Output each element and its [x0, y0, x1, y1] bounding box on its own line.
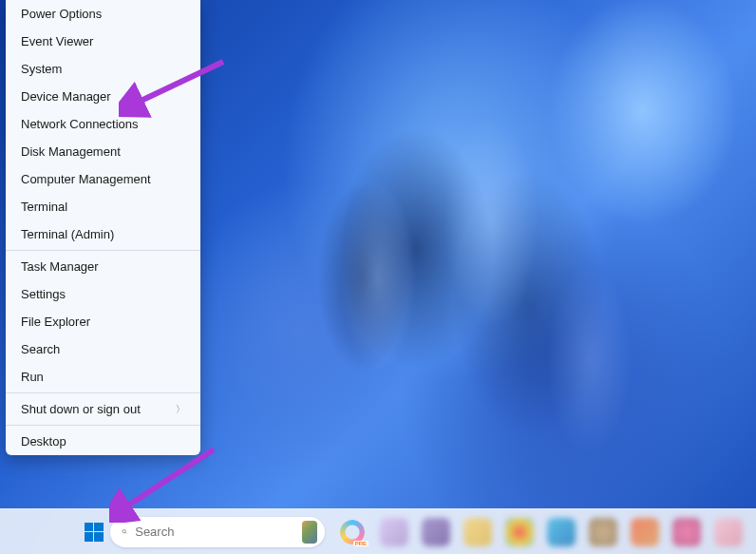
- menu-item-disk-management[interactable]: Disk Management: [6, 138, 200, 165]
- svg-point-4: [123, 529, 125, 532]
- app-icon-2[interactable]: [418, 514, 454, 550]
- menu-divider: [6, 392, 200, 393]
- app-icon-1[interactable]: [376, 514, 412, 550]
- taskbar-pinned-apps: PRE: [334, 514, 747, 550]
- taskbar: PRE: [0, 508, 756, 554]
- app-icon-3[interactable]: [460, 514, 496, 550]
- app-icon-6[interactable]: [585, 514, 621, 550]
- svg-line-5: [125, 532, 126, 533]
- start-button[interactable]: [81, 518, 106, 546]
- search-icon: [122, 525, 127, 539]
- chevron-right-icon: 〉: [176, 403, 185, 416]
- power-user-menu: Power Options Event Viewer System Device…: [6, 0, 200, 455]
- menu-item-network-connections[interactable]: Network Connections: [6, 110, 200, 138]
- menu-item-terminal[interactable]: Terminal: [6, 193, 200, 220]
- taskbar-search[interactable]: [110, 517, 325, 547]
- menu-item-system[interactable]: System: [6, 55, 200, 83]
- app-icon-9[interactable]: [710, 514, 747, 550]
- menu-item-task-manager[interactable]: Task Manager: [6, 253, 200, 280]
- copilot-icon: PRE: [340, 520, 365, 544]
- search-highlight-image: [302, 521, 317, 544]
- menu-item-device-manager[interactable]: Device Manager: [6, 83, 200, 110]
- menu-item-terminal-admin[interactable]: Terminal (Admin): [6, 220, 200, 248]
- menu-item-run[interactable]: Run: [6, 363, 200, 391]
- windows-logo-icon: [85, 523, 104, 542]
- app-icon-5[interactable]: [543, 514, 579, 550]
- app-icon-7[interactable]: [627, 514, 663, 550]
- app-icon-8[interactable]: [669, 514, 705, 550]
- menu-item-file-explorer[interactable]: File Explorer: [6, 308, 200, 335]
- menu-item-settings[interactable]: Settings: [6, 280, 200, 308]
- menu-divider: [6, 425, 200, 426]
- menu-item-event-viewer[interactable]: Event Viewer: [6, 28, 200, 55]
- menu-divider: [6, 250, 200, 251]
- copilot-button[interactable]: PRE: [334, 514, 370, 550]
- menu-item-shut-down[interactable]: Shut down or sign out 〉: [6, 395, 200, 423]
- menu-item-desktop[interactable]: Desktop: [6, 428, 200, 455]
- menu-item-computer-management[interactable]: Computer Management: [6, 165, 200, 193]
- menu-item-search[interactable]: Search: [6, 335, 200, 363]
- menu-item-power-options[interactable]: Power Options: [6, 0, 200, 28]
- search-input[interactable]: [135, 525, 294, 539]
- app-icon-4[interactable]: [501, 514, 538, 550]
